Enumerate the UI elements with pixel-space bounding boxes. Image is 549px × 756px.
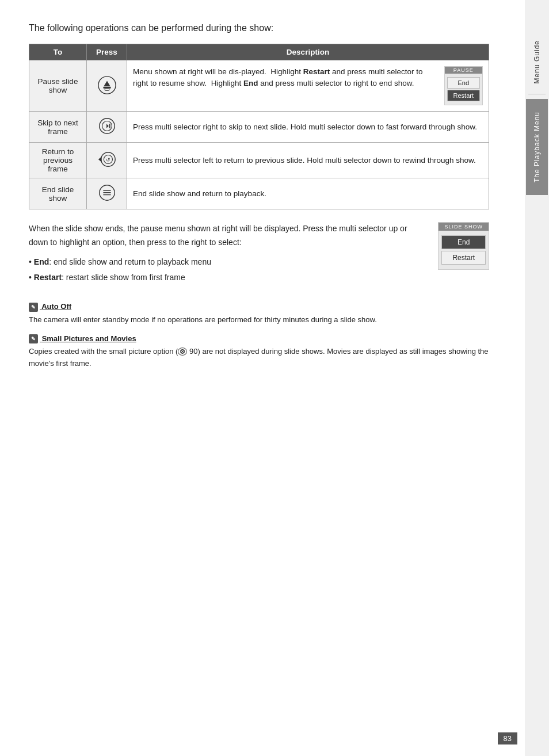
- notes-section: ✎ Auto Off The camera will enter standby…: [29, 302, 489, 370]
- body-paragraph: When the slide show ends, the pause menu…: [29, 222, 420, 250]
- row-to-return: Return to previous frame: [29, 143, 87, 178]
- pause-menu-restart: Restart: [447, 90, 480, 101]
- table-row: Pause slide show: [29, 60, 489, 112]
- svg-rect-14: [103, 192, 110, 193]
- page-content: The following operations can be performe…: [0, 0, 518, 400]
- bullet-end: • End: end slide show and return to play…: [29, 255, 420, 269]
- note-small-pictures-title: ✎ Small Pictures and Movies: [29, 334, 489, 344]
- slideshow-end-panel: SLIDE SHOW End Restart: [431, 222, 489, 270]
- svg-rect-3: [105, 88, 109, 90]
- end-menu-title: SLIDE SHOW: [439, 223, 489, 231]
- note-auto-off-title: ✎ Auto Off: [29, 302, 489, 312]
- note-icon-small-pictures: ✎: [29, 334, 38, 343]
- row-to-pause: Pause slide show: [29, 60, 87, 112]
- row-press-return: ↺: [87, 143, 127, 178]
- bullet-end-text: : end slide show and return to playback …: [49, 257, 211, 266]
- row-desc-pause: Menu shown at right will be dis-played. …: [127, 60, 489, 112]
- end-menu-end-item: End: [441, 235, 486, 249]
- svg-rect-7: [109, 124, 110, 128]
- bullet-restart-text: : restart slide show from first frame: [62, 273, 185, 282]
- note-small-pictures: ✎ Small Pictures and Movies Copies creat…: [29, 334, 489, 370]
- row-to-end: End slide show: [29, 178, 87, 209]
- sidebar-playback-menu-section: The Playback Menu: [526, 99, 548, 195]
- bullet-end-label: End: [34, 257, 49, 266]
- svg-rect-13: [103, 190, 110, 190]
- end-menu-restart-item: Restart: [441, 251, 486, 265]
- row-press-skip: [87, 112, 127, 143]
- body-text: When the slide show ends, the pause menu…: [29, 222, 420, 285]
- svg-marker-6: [106, 124, 109, 128]
- bullet-restart-label: Restart: [34, 273, 62, 282]
- return-label: Return to previous frame: [35, 147, 81, 173]
- svg-marker-1: [104, 81, 110, 86]
- row-desc-skip: Press multi selector right to skip to ne…: [127, 112, 489, 143]
- col-header-press: Press: [87, 44, 127, 60]
- note-icon-auto-off: ✎: [29, 303, 38, 312]
- row-to-skip: Skip to next frame: [29, 112, 87, 143]
- operations-table: To Press Description Pause slide show: [29, 44, 489, 209]
- end-label: End slide show: [42, 185, 74, 203]
- sidebar-right: Menu Guide The Playback Menu: [525, 0, 549, 756]
- end-menu-panel: SLIDE SHOW End Restart: [438, 222, 489, 270]
- skip-back-icon: ↺: [97, 150, 117, 169]
- table-row: End slide show End slide show and return…: [29, 178, 489, 209]
- sidebar-divider: [528, 94, 546, 94]
- table-row: Skip to next frame Press multi selector …: [29, 112, 489, 143]
- menu-button-icon: [97, 183, 117, 203]
- skip-label: Skip to next frame: [35, 119, 81, 136]
- sidebar-menu-guide: Menu Guide: [533, 35, 541, 89]
- pause-menu-end: End: [447, 77, 480, 89]
- row-desc-end: End slide show and return to playback.: [127, 178, 489, 209]
- row-desc-return: Press multi selector left to return to p…: [127, 143, 489, 178]
- sidebar-playback-menu: The Playback Menu: [533, 106, 541, 188]
- svg-text:↺: ↺: [105, 156, 110, 163]
- note-auto-off: ✎ Auto Off The camera will enter standby…: [29, 302, 489, 326]
- table-row: Return to previous frame ↺ Press multi s…: [29, 143, 489, 178]
- pause-icon: [97, 75, 117, 95]
- svg-rect-15: [103, 194, 110, 195]
- bullet-restart: • Restart: restart slide show from first…: [29, 271, 420, 285]
- intro-text: The following operations can be performe…: [29, 23, 489, 33]
- col-header-to: To: [29, 44, 87, 60]
- page-number: 83: [498, 732, 517, 744]
- note-auto-off-text: The camera will enter standby mode if no…: [29, 314, 489, 326]
- body-section: When the slide show ends, the pause menu…: [29, 222, 489, 285]
- pause-menu-title: PAUSE: [445, 67, 482, 74]
- pause-desc-text: Menu shown at right will be dis-played. …: [133, 66, 435, 90]
- skip-forward-icon: [97, 116, 117, 136]
- row-press-end: [87, 178, 127, 209]
- row-press-pause: [87, 60, 127, 112]
- col-header-description: Description: [127, 44, 489, 60]
- pause-menu: PAUSE End Restart: [444, 66, 483, 105]
- note-small-pictures-text: Copies created with the small picture op…: [29, 346, 489, 370]
